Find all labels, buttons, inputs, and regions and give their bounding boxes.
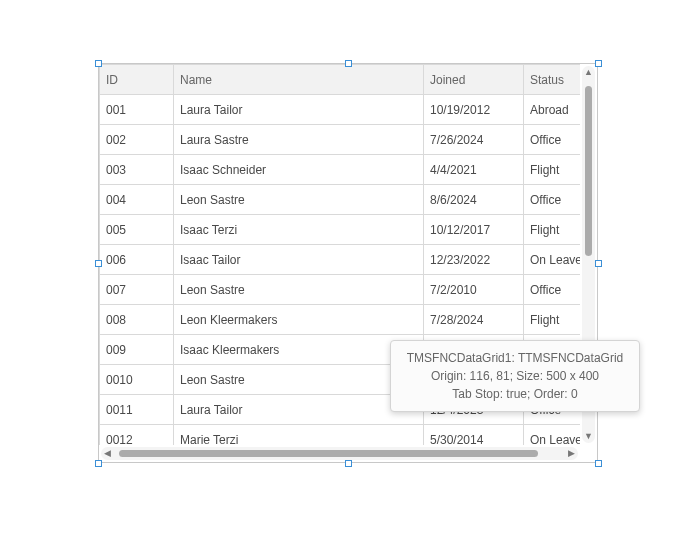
cell-id[interactable]: 008 <box>100 305 174 335</box>
cell-joined[interactable]: 7/28/2024 <box>424 305 524 335</box>
cell-joined[interactable]: 10/12/2017 <box>424 215 524 245</box>
cell-id[interactable]: 002 <box>100 125 174 155</box>
tooltip-line: Tab Stop: true; Order: 0 <box>401 385 629 403</box>
cell-name[interactable]: Leon Sastre <box>174 185 424 215</box>
cell-id[interactable]: 0011 <box>100 395 174 425</box>
horizontal-scroll-thumb[interactable] <box>119 450 538 457</box>
cell-status[interactable]: On Leave <box>524 245 581 275</box>
table-row[interactable]: 007Leon Sastre7/2/2010Office <box>100 275 581 305</box>
cell-id[interactable]: 004 <box>100 185 174 215</box>
cell-status[interactable]: Abroad <box>524 95 581 125</box>
resize-handle-top-mid[interactable] <box>345 60 352 67</box>
scroll-down-icon[interactable]: ▼ <box>582 430 595 443</box>
col-header-id[interactable]: ID <box>100 65 174 95</box>
horizontal-scrollbar[interactable]: ◀ ▶ <box>101 447 578 460</box>
resize-handle-top-right[interactable] <box>595 60 602 67</box>
table-row[interactable]: 0012Marie Terzi5/30/2014On Leave <box>100 425 581 446</box>
col-header-name[interactable]: Name <box>174 65 424 95</box>
cell-id[interactable]: 009 <box>100 335 174 365</box>
cell-name[interactable]: Isaac Kleermakers <box>174 335 424 365</box>
cell-name[interactable]: Leon Sastre <box>174 275 424 305</box>
cell-status[interactable]: Office <box>524 185 581 215</box>
cell-joined[interactable]: 10/19/2012 <box>424 95 524 125</box>
table-row[interactable]: 006Isaac Tailor12/23/2022On Leave <box>100 245 581 275</box>
table-row[interactable]: 002Laura Sastre7/26/2024Office <box>100 125 581 155</box>
table-row[interactable]: 001Laura Tailor10/19/2012Abroad <box>100 95 581 125</box>
cell-joined[interactable]: 7/26/2024 <box>424 125 524 155</box>
cell-joined[interactable]: 4/4/2021 <box>424 155 524 185</box>
scroll-up-icon[interactable]: ▲ <box>582 66 595 79</box>
resize-handle-bottom-right[interactable] <box>595 460 602 467</box>
cell-status[interactable]: Flight <box>524 155 581 185</box>
vertical-scroll-thumb[interactable] <box>585 86 592 256</box>
component-tooltip: TMSFNCDataGrid1: TTMSFNCDataGrid Origin:… <box>390 340 640 412</box>
cell-id[interactable]: 001 <box>100 95 174 125</box>
cell-id[interactable]: 0010 <box>100 365 174 395</box>
cell-name[interactable]: Isaac Tailor <box>174 245 424 275</box>
cell-name[interactable]: Marie Terzi <box>174 425 424 446</box>
cell-name[interactable]: Leon Sastre <box>174 365 424 395</box>
cell-name[interactable]: Laura Tailor <box>174 95 424 125</box>
cell-name[interactable]: Isaac Schneider <box>174 155 424 185</box>
cell-status[interactable]: Office <box>524 125 581 155</box>
table-row[interactable]: 008Leon Kleermakers7/28/2024Flight <box>100 305 581 335</box>
cell-name[interactable]: Leon Kleermakers <box>174 305 424 335</box>
cell-status[interactable]: Flight <box>524 305 581 335</box>
cell-joined[interactable]: 5/30/2014 <box>424 425 524 446</box>
cell-id[interactable]: 005 <box>100 215 174 245</box>
scroll-right-icon[interactable]: ▶ <box>565 447 578 460</box>
resize-handle-bottom-left[interactable] <box>95 460 102 467</box>
tooltip-line: Origin: 116, 81; Size: 500 x 400 <box>401 367 629 385</box>
cell-joined[interactable]: 8/6/2024 <box>424 185 524 215</box>
resize-handle-mid-left[interactable] <box>95 260 102 267</box>
cell-joined[interactable]: 12/23/2022 <box>424 245 524 275</box>
table-row[interactable]: 003Isaac Schneider4/4/2021Flight <box>100 155 581 185</box>
resize-handle-top-left[interactable] <box>95 60 102 67</box>
cell-id[interactable]: 007 <box>100 275 174 305</box>
cell-name[interactable]: Laura Tailor <box>174 395 424 425</box>
col-header-joined[interactable]: Joined <box>424 65 524 95</box>
cell-id[interactable]: 003 <box>100 155 174 185</box>
cell-id[interactable]: 0012 <box>100 425 174 446</box>
table-row[interactable]: 004Leon Sastre8/6/2024Office <box>100 185 581 215</box>
cell-joined[interactable]: 7/2/2010 <box>424 275 524 305</box>
cell-status[interactable]: Office <box>524 275 581 305</box>
cell-name[interactable]: Isaac Terzi <box>174 215 424 245</box>
tooltip-line: TMSFNCDataGrid1: TTMSFNCDataGrid <box>401 349 629 367</box>
table-row[interactable]: 005Isaac Terzi10/12/2017Flight <box>100 215 581 245</box>
cell-status[interactable]: On Leave <box>524 425 581 446</box>
resize-handle-bottom-mid[interactable] <box>345 460 352 467</box>
col-header-status[interactable]: Status <box>524 65 581 95</box>
resize-handle-mid-right[interactable] <box>595 260 602 267</box>
header-row: ID Name Joined Status <box>100 65 581 95</box>
cell-name[interactable]: Laura Sastre <box>174 125 424 155</box>
scroll-left-icon[interactable]: ◀ <box>101 447 114 460</box>
cell-status[interactable]: Flight <box>524 215 581 245</box>
cell-id[interactable]: 006 <box>100 245 174 275</box>
